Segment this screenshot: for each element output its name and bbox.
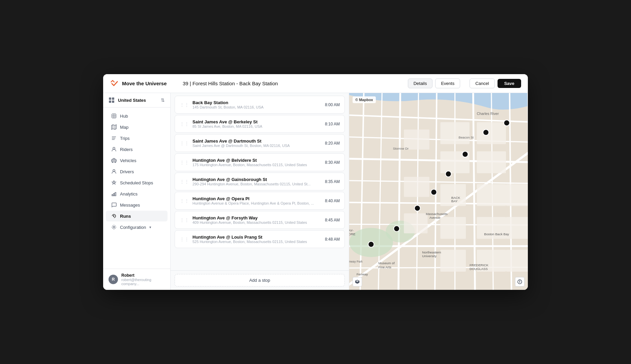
header-actions: Details Events Cancel Save <box>408 79 521 88</box>
stop-time: 8:48 AM <box>325 237 340 242</box>
configuration-icon <box>111 224 117 230</box>
svg-point-57 <box>504 120 510 126</box>
stop-info: Huntington Ave @ Gainsborough St 290-294… <box>192 177 322 186</box>
svg-text:Fenway: Fenway <box>357 272 368 276</box>
stops-list: ⋮⋮ Back Bay Station 145 Dartmouth St, Bo… <box>171 93 349 270</box>
app-window: Move the Universe 39 | Forest Hills Stat… <box>103 74 528 290</box>
svg-rect-55 <box>506 217 528 239</box>
stop-item[interactable]: ⋮⋮ Huntington Ave @ Belvidere St 175 Hun… <box>175 153 345 171</box>
stop-address: 85 St James Ave, Boston, MA 02116, USA <box>192 124 322 128</box>
svg-rect-54 <box>506 184 528 206</box>
svg-text:Fenway Park: Fenway Park <box>349 260 363 263</box>
svg-text:WAY-: WAY- <box>349 229 354 232</box>
stop-item[interactable]: ⋮⋮ Huntington Ave @ Gainsborough St 290-… <box>175 173 345 190</box>
chevron-updown-icon: ⇅ <box>161 97 165 103</box>
avatar: R <box>109 275 118 284</box>
svg-point-12 <box>112 162 113 163</box>
svg-marker-7 <box>112 125 116 129</box>
stop-info: Huntington Ave @ Louis Prang St 525 Hunt… <box>192 235 322 244</box>
map-info-button[interactable] <box>515 277 524 286</box>
sidebar-item-drivers[interactable]: Drivers <box>106 166 168 177</box>
map-controls-bottom-right <box>515 277 524 286</box>
drag-handle-icon: ⋮⋮ <box>180 198 189 204</box>
svg-point-62 <box>415 205 420 211</box>
sidebar-item-trips[interactable]: Trips <box>106 133 168 144</box>
sidebar-item-runs[interactable]: Runs <box>106 211 168 221</box>
svg-text:Fine Arts: Fine Arts <box>379 265 391 269</box>
svg-rect-51 <box>404 213 427 233</box>
svg-rect-0 <box>109 97 111 100</box>
org-name: United States <box>118 98 146 103</box>
svg-rect-50 <box>440 217 466 239</box>
svg-rect-48 <box>404 177 429 197</box>
svg-text:Northeastern: Northeastern <box>422 250 441 254</box>
sidebar-org[interactable]: United States ⇅ <box>103 93 170 108</box>
stop-time: 8:20 AM <box>325 141 340 146</box>
stop-name: Huntington Ave @ Forsyth Way <box>192 215 322 220</box>
save-button[interactable]: Save <box>498 79 521 88</box>
drag-handle-icon: ⋮⋮ <box>180 141 189 146</box>
add-stop-button[interactable]: Add a stop <box>175 274 345 286</box>
events-tab[interactable]: Events <box>435 79 460 88</box>
stop-name: Huntington Ave @ Belvidere St <box>192 158 322 163</box>
sidebar: United States ⇅ Hub <box>103 93 171 290</box>
details-tab[interactable]: Details <box>408 79 433 88</box>
main-content: United States ⇅ Hub <box>103 93 528 290</box>
stop-name: Huntington Ave @ Gainsborough St <box>192 177 322 182</box>
sidebar-item-scheduled-stops[interactable]: Scheduled Stops <box>106 177 168 188</box>
stop-time: 8:30 AM <box>325 160 340 165</box>
stop-item[interactable]: ⋮⋮ Huntington Ave @ Opera Pl Huntington … <box>175 192 345 210</box>
stop-item[interactable]: ⋮⋮ Huntington Ave @ Louis Prang St 525 H… <box>175 230 345 248</box>
stop-info: Saint James Ave @ Dartmouth St Saint Jam… <box>192 139 322 148</box>
svg-text:DOUGLASS: DOUGLASS <box>470 267 488 271</box>
stop-item[interactable]: ⋮⋮ Huntington Ave @ Forsyth Way 409 Hunt… <box>175 211 345 229</box>
svg-text:Storrow Dr: Storrow Dr <box>393 147 409 150</box>
svg-point-60 <box>446 171 451 177</box>
sidebar-item-hub[interactable]: Hub <box>106 111 168 121</box>
mapbox-logo-text: © Mapbox <box>355 98 373 102</box>
stop-address: 409 Huntington Avenue, Boston, Massachus… <box>192 220 322 224</box>
org-info: United States <box>109 97 146 103</box>
sidebar-item-label-riders: Riders <box>120 147 133 152</box>
stop-address: 525 Huntington Avenue, Boston, Massachus… <box>192 240 322 244</box>
map-svg: BACK BAY Boston Back Bay Northeastern Un… <box>349 93 528 290</box>
svg-text:Massachusetts: Massachusetts <box>426 212 448 216</box>
sidebar-item-vehicles[interactable]: Vehicles <box>106 155 168 166</box>
map-layers-button[interactable] <box>353 277 362 286</box>
stop-name: Back Bay Station <box>192 100 322 105</box>
runs-icon <box>111 213 117 219</box>
svg-text:Charles River: Charles River <box>477 112 499 116</box>
cancel-button[interactable]: Cancel <box>470 79 494 88</box>
sidebar-item-riders[interactable]: Riders <box>106 144 168 155</box>
sidebar-item-messages[interactable]: Messages <box>106 200 168 210</box>
svg-rect-41 <box>477 122 506 144</box>
mapbox-logo: © Mapbox <box>353 96 376 103</box>
stop-info: Saint James Ave @ Berkeley St 85 St Jame… <box>192 119 322 128</box>
stop-address: 145 Dartmouth St, Boston, MA 02116, USA <box>192 105 322 109</box>
stop-item[interactable]: ⋮⋮ Saint James Ave @ Berkeley St 85 St J… <box>175 115 345 133</box>
svg-text:University: University <box>422 254 437 258</box>
svg-point-14 <box>113 170 115 172</box>
sidebar-item-configuration[interactable]: Configuration ▾ <box>106 222 168 233</box>
sidebar-item-label-vehicles: Vehicles <box>120 158 136 163</box>
sidebar-item-analytics[interactable]: Analytics <box>106 188 168 199</box>
stop-time: 8:40 AM <box>325 199 340 203</box>
svg-rect-56 <box>506 250 528 272</box>
drag-handle-icon: ⋮⋮ <box>180 121 189 127</box>
scheduled-stops-icon <box>111 180 117 185</box>
sidebar-footer: R Robert robert@therouting company... <box>103 269 170 290</box>
stop-item[interactable]: ⋮⋮ Back Bay Station 145 Dartmouth St, Bo… <box>175 96 345 114</box>
stop-info: Huntington Ave @ Belvidere St 175 Huntin… <box>192 158 322 167</box>
grid-icon <box>109 97 115 103</box>
vehicles-icon <box>111 158 117 163</box>
svg-point-10 <box>113 147 115 149</box>
stop-name: Saint James Ave @ Berkeley St <box>192 119 322 124</box>
stop-item[interactable]: ⋮⋮ Saint James Ave @ Dartmouth St Saint … <box>175 134 345 152</box>
messages-icon <box>111 202 117 208</box>
drag-handle-icon: ⋮⋮ <box>180 102 189 108</box>
svg-text:FREDERICK: FREDERICK <box>470 263 489 267</box>
stop-time: 8:35 AM <box>325 179 340 184</box>
stop-time: 8:00 AM <box>325 102 340 107</box>
svg-rect-1 <box>112 97 114 100</box>
sidebar-item-map[interactable]: Map <box>106 122 168 132</box>
